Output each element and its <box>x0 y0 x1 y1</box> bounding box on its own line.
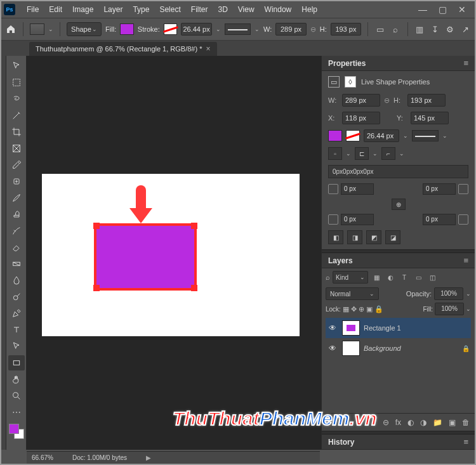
chevron-down-icon[interactable]: ⌄ <box>403 133 408 139</box>
home-icon[interactable] <box>5 23 17 36</box>
menu-select[interactable]: Select <box>154 5 185 14</box>
prop-x-input[interactable]: 118 px <box>342 112 380 124</box>
layer-filter-kind[interactable]: Kind⌄ <box>333 271 368 284</box>
window-maximize-button[interactable]: ▢ <box>439 4 447 15</box>
prop-stroke-width[interactable]: 26.44 px <box>364 129 399 142</box>
frame-tool[interactable] <box>8 141 25 156</box>
width-input[interactable]: 289 px <box>275 23 306 36</box>
canvas-area[interactable]: ThuThuatPhanMem.vn <box>27 56 321 450</box>
corner-br-input[interactable]: 0 px <box>423 214 456 225</box>
hand-tool[interactable] <box>8 372 25 387</box>
lock-nesting-icon[interactable]: ▣ <box>366 305 373 313</box>
resize-handle[interactable] <box>93 285 100 291</box>
pathop-intersect-button[interactable]: ◩ <box>366 230 381 244</box>
blur-tool[interactable] <box>8 273 25 288</box>
zoom-level[interactable]: 66.67% <box>32 454 53 461</box>
link-corners-button[interactable]: ⊕ <box>392 199 406 210</box>
link-icon[interactable]: ⊖ <box>384 96 390 105</box>
lasso-tool[interactable] <box>8 91 25 107</box>
corner-tl-input[interactable]: 0 px <box>341 183 374 195</box>
layer-name[interactable]: Rectangle 1 <box>364 324 470 332</box>
zoom-tool[interactable] <box>8 388 25 403</box>
prop-y-input[interactable]: 145 px <box>411 112 449 124</box>
eyedropper-tool[interactable] <box>8 157 25 173</box>
path-ops-icon[interactable]: ▭ <box>374 23 386 36</box>
resize-handle[interactable] <box>191 285 197 291</box>
document-tab[interactable]: Thuthuatphanmem @ 66.7% (Rectangle 1, RG… <box>29 42 217 56</box>
menu-type[interactable]: Type <box>128 5 154 14</box>
new-layer-icon[interactable]: ▣ <box>449 418 456 427</box>
prop-fill-swatch[interactable] <box>328 130 342 141</box>
history-brush-tool[interactable] <box>8 223 25 239</box>
trash-icon[interactable]: 🗑 <box>462 418 470 427</box>
stroke-swatch[interactable] <box>164 23 178 35</box>
lock-artboard-icon[interactable]: ⊕ <box>359 305 364 313</box>
artboard[interactable] <box>42 174 300 336</box>
filter-type-icon[interactable]: T <box>399 272 410 282</box>
path-selection-tool[interactable] <box>8 339 25 354</box>
resize-handle[interactable] <box>93 223 100 229</box>
corner-tr-input[interactable]: 0 px <box>423 183 456 195</box>
panel-menu-icon[interactable]: ≡ <box>463 58 468 68</box>
magic-wand-tool[interactable] <box>8 108 25 123</box>
window-minimize-button[interactable]: — <box>418 4 427 15</box>
corner-bl-input[interactable]: 0 px <box>341 214 374 225</box>
stroke-width-input[interactable]: 26.44 px <box>181 23 211 36</box>
color-swatches[interactable] <box>9 424 24 439</box>
properties-panel-header[interactable]: Properties ≡ <box>322 56 475 71</box>
healing-brush-tool[interactable] <box>8 174 25 189</box>
stroke-corners-button[interactable]: ⌐ <box>381 147 395 160</box>
rectangle-shape[interactable] <box>94 223 197 291</box>
history-panel-header[interactable]: History ≡ <box>322 435 475 450</box>
gear-icon[interactable]: ⚙ <box>444 23 456 36</box>
search-icon[interactable]: ⌕ <box>326 273 330 281</box>
blend-mode-select[interactable]: Normal⌄ <box>326 287 379 300</box>
lock-all-icon[interactable]: 🔒 <box>374 305 383 313</box>
layers-panel-header[interactable]: Layers ≡ <box>322 253 475 268</box>
fx-icon[interactable]: fx <box>395 418 401 427</box>
chevron-down-icon[interactable]: ⌄ <box>216 26 221 32</box>
resize-handle[interactable] <box>191 223 197 229</box>
prop-width-input[interactable]: 289 px <box>342 94 380 107</box>
menu-view[interactable]: View <box>233 5 260 14</box>
chevron-down-icon[interactable]: ⌄ <box>442 133 447 139</box>
filter-shape-icon[interactable]: ▭ <box>413 272 424 282</box>
panel-menu-icon[interactable]: ≡ <box>463 437 468 447</box>
stroke-caps-button[interactable]: ⊏ <box>355 147 369 160</box>
lock-position-icon[interactable]: ✥ <box>351 305 357 313</box>
layer-name[interactable]: Background <box>364 344 458 352</box>
menu-edit[interactable]: Edit <box>44 5 67 14</box>
dodge-tool[interactable] <box>8 289 25 305</box>
group-icon[interactable]: 📁 <box>433 418 442 427</box>
menu-3d[interactable]: 3D <box>213 5 232 14</box>
pathop-subtract-button[interactable]: ◨ <box>347 230 362 244</box>
crop-tool[interactable] <box>8 124 25 140</box>
mask-icon[interactable]: ◐ <box>407 418 414 427</box>
prop-stroke-style[interactable] <box>412 130 439 141</box>
stroke-style-picker[interactable] <box>225 23 251 35</box>
search-icon[interactable]: ⌕ <box>390 23 401 36</box>
window-close-button[interactable]: ✕ <box>458 4 466 15</box>
close-tab-icon[interactable]: × <box>206 44 210 53</box>
link-icon[interactable]: ⊖ <box>310 25 316 34</box>
filter-adjust-icon[interactable]: ◐ <box>385 272 396 282</box>
status-menu-icon[interactable]: ▶ <box>146 454 151 461</box>
panel-menu-icon[interactable]: ≡ <box>463 256 468 265</box>
brush-tool[interactable] <box>8 190 25 206</box>
prop-height-input[interactable]: 193 px <box>407 94 446 107</box>
visibility-toggle[interactable]: 👁 <box>327 324 338 332</box>
layer-row[interactable]: 👁 Background 🔒 <box>326 338 471 358</box>
move-tool[interactable] <box>8 58 25 74</box>
lock-pixels-icon[interactable]: ▦ <box>343 305 349 313</box>
shape-mode-select[interactable]: Shape⌄ <box>67 22 102 36</box>
menu-image[interactable]: Image <box>67 5 98 14</box>
menu-help[interactable]: Help <box>296 5 322 14</box>
layer-thumbnail[interactable] <box>342 341 360 356</box>
height-input[interactable]: 193 px <box>331 23 361 36</box>
prop-stroke-swatch[interactable] <box>346 130 360 141</box>
menu-layer[interactable]: Layer <box>98 5 128 14</box>
marquee-tool[interactable] <box>8 75 25 90</box>
clone-stamp-tool[interactable] <box>8 207 25 222</box>
layer-row[interactable]: 👁 Rectangle 1 <box>326 318 471 338</box>
link-layers-icon[interactable]: ⊖ <box>383 418 389 427</box>
